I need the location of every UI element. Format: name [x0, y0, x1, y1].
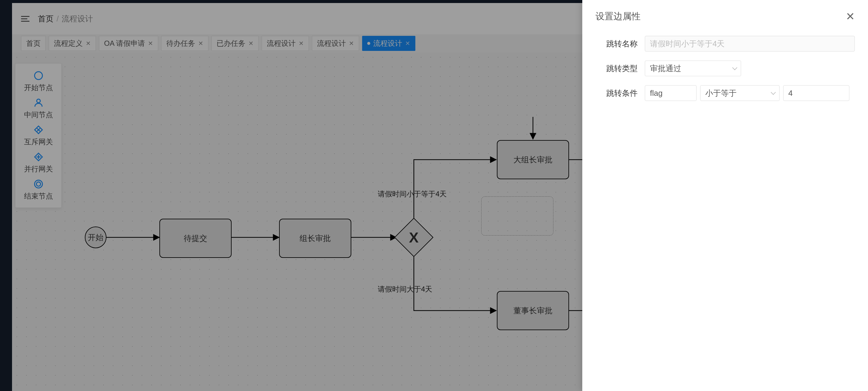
close-icon[interactable]: ✕ [846, 11, 855, 22]
input-condition-var[interactable] [645, 85, 696, 101]
label-jump-condition: 跳转条件 [595, 88, 638, 99]
label-jump-type: 跳转类型 [595, 63, 638, 74]
input-condition-value[interactable] [783, 85, 849, 101]
input-jump-name[interactable] [645, 36, 855, 52]
select-jump-type[interactable]: 审批通过 [645, 60, 741, 76]
label-jump-name: 跳转名称 [595, 38, 638, 49]
select-value: 小于等于 [705, 88, 737, 99]
select-value: 审批通过 [650, 63, 681, 74]
select-condition-op[interactable]: 小于等于 [700, 85, 780, 101]
drawer-title: 设置边属性 [595, 10, 641, 23]
edge-properties-drawer: 设置边属性 ✕ 跳转名称 跳转类型 审批通过 跳转条件 小于等于 [582, 0, 868, 391]
